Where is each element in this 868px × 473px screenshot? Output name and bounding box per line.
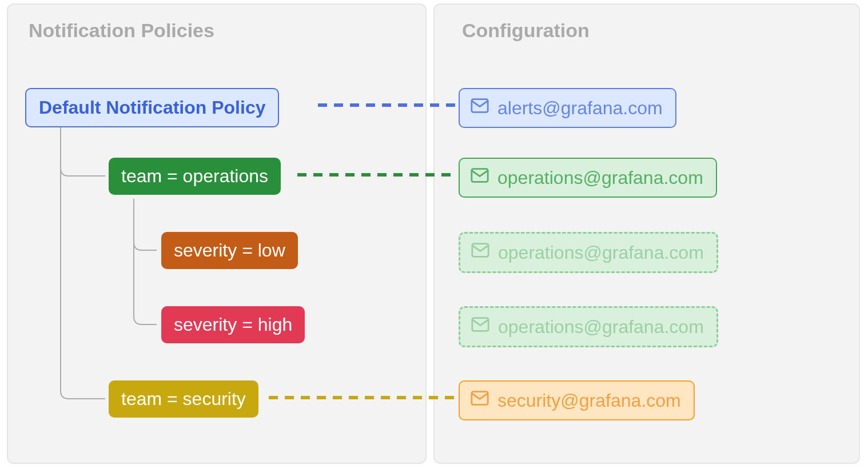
policy-team-security[interactable]: team = security: [109, 380, 258, 418]
mail-icon: [470, 96, 489, 120]
contact-operations-inherited-low[interactable]: operations@grafana.com: [459, 232, 718, 273]
policy-severity-low-label: severity = low: [174, 240, 285, 260]
contact-security-label: security@grafana.com: [497, 390, 681, 411]
policies-panel: Notification Policies Default Notificati…: [7, 3, 427, 464]
contact-operations-label: operations@grafana.com: [497, 167, 703, 189]
contact-operations[interactable]: operations@grafana.com: [459, 158, 717, 198]
configuration-panel-title: Configuration: [462, 19, 590, 42]
policy-severity-high-label: severity = high: [174, 314, 292, 335]
contact-operations-inherited-high[interactable]: operations@grafana.com: [459, 306, 718, 347]
policy-team-operations[interactable]: team = operations: [109, 158, 281, 195]
mail-icon: [471, 315, 490, 339]
policy-team-operations-label: team = operations: [121, 166, 268, 186]
contact-alerts[interactable]: alerts@grafana.com: [459, 88, 676, 128]
mail-icon: [470, 388, 489, 412]
policy-severity-low[interactable]: severity = low: [161, 232, 298, 269]
policy-severity-high[interactable]: severity = high: [161, 306, 305, 343]
mail-icon: [471, 240, 490, 264]
contact-operations-inherited-low-label: operations@grafana.com: [498, 242, 704, 263]
policy-team-security-label: team = security: [121, 388, 246, 409]
contact-operations-inherited-high-label: operations@grafana.com: [498, 316, 704, 338]
policy-default[interactable]: Default Notification Policy: [25, 88, 279, 127]
contact-security[interactable]: security@grafana.com: [459, 380, 695, 420]
configuration-panel: Configuration alerts@grafana.com operati…: [433, 3, 860, 464]
contact-alerts-label: alerts@grafana.com: [497, 98, 663, 119]
policy-default-label: Default Notification Policy: [39, 97, 265, 118]
mail-icon: [470, 166, 489, 190]
